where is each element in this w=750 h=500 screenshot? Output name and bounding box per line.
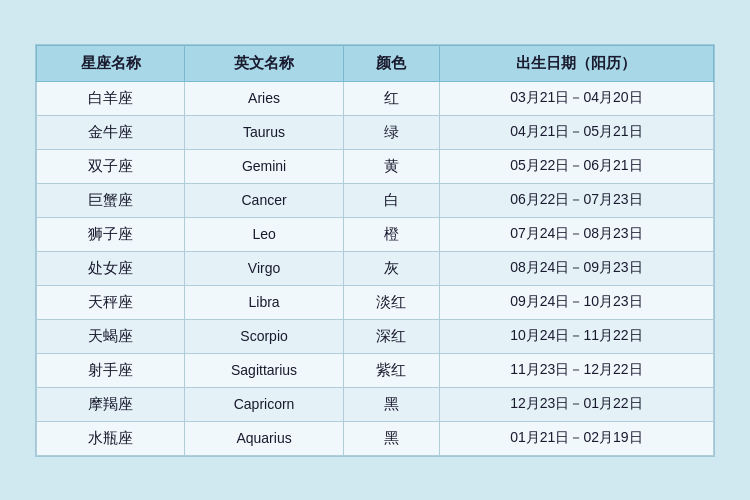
table-row: 天秤座Libra淡红09月24日－10月23日 <box>37 285 714 319</box>
cell-r4-c1: Leo <box>185 217 344 251</box>
cell-r9-c3: 12月23日－01月22日 <box>439 387 713 421</box>
cell-r0-c2: 红 <box>343 81 439 115</box>
cell-r6-c3: 09月24日－10月23日 <box>439 285 713 319</box>
cell-r2-c2: 黄 <box>343 149 439 183</box>
col-header-english-name: 英文名称 <box>185 45 344 81</box>
cell-r4-c3: 07月24日－08月23日 <box>439 217 713 251</box>
table-row: 狮子座Leo橙07月24日－08月23日 <box>37 217 714 251</box>
cell-r5-c2: 灰 <box>343 251 439 285</box>
cell-r1-c3: 04月21日－05月21日 <box>439 115 713 149</box>
table-row: 射手座Sagittarius紫红11月23日－12月22日 <box>37 353 714 387</box>
cell-r2-c0: 双子座 <box>37 149 185 183</box>
cell-r8-c1: Sagittarius <box>185 353 344 387</box>
cell-r10-c2: 黑 <box>343 421 439 455</box>
table-row: 处女座Virgo灰08月24日－09月23日 <box>37 251 714 285</box>
cell-r8-c3: 11月23日－12月22日 <box>439 353 713 387</box>
col-header-color: 颜色 <box>343 45 439 81</box>
cell-r0-c0: 白羊座 <box>37 81 185 115</box>
cell-r3-c2: 白 <box>343 183 439 217</box>
cell-r0-c1: Aries <box>185 81 344 115</box>
table-row: 天蝎座Scorpio深红10月24日－11月22日 <box>37 319 714 353</box>
cell-r1-c2: 绿 <box>343 115 439 149</box>
table-row: 白羊座Aries红03月21日－04月20日 <box>37 81 714 115</box>
cell-r9-c1: Capricorn <box>185 387 344 421</box>
cell-r6-c0: 天秤座 <box>37 285 185 319</box>
cell-r3-c3: 06月22日－07月23日 <box>439 183 713 217</box>
table-header-row: 星座名称 英文名称 颜色 出生日期（阳历） <box>37 45 714 81</box>
cell-r9-c2: 黑 <box>343 387 439 421</box>
cell-r3-c0: 巨蟹座 <box>37 183 185 217</box>
table-row: 水瓶座Aquarius黑01月21日－02月19日 <box>37 421 714 455</box>
cell-r9-c0: 摩羯座 <box>37 387 185 421</box>
cell-r4-c0: 狮子座 <box>37 217 185 251</box>
cell-r10-c0: 水瓶座 <box>37 421 185 455</box>
cell-r5-c1: Virgo <box>185 251 344 285</box>
cell-r1-c0: 金牛座 <box>37 115 185 149</box>
cell-r8-c2: 紫红 <box>343 353 439 387</box>
zodiac-table-container: 星座名称 英文名称 颜色 出生日期（阳历） 白羊座Aries红03月21日－04… <box>35 44 715 457</box>
cell-r5-c0: 处女座 <box>37 251 185 285</box>
table-row: 双子座Gemini黄05月22日－06月21日 <box>37 149 714 183</box>
zodiac-table: 星座名称 英文名称 颜色 出生日期（阳历） 白羊座Aries红03月21日－04… <box>36 45 714 456</box>
cell-r0-c3: 03月21日－04月20日 <box>439 81 713 115</box>
cell-r7-c0: 天蝎座 <box>37 319 185 353</box>
cell-r8-c0: 射手座 <box>37 353 185 387</box>
cell-r6-c1: Libra <box>185 285 344 319</box>
cell-r7-c3: 10月24日－11月22日 <box>439 319 713 353</box>
cell-r6-c2: 淡红 <box>343 285 439 319</box>
col-header-birthdate: 出生日期（阳历） <box>439 45 713 81</box>
cell-r7-c2: 深红 <box>343 319 439 353</box>
cell-r1-c1: Taurus <box>185 115 344 149</box>
table-row: 金牛座Taurus绿04月21日－05月21日 <box>37 115 714 149</box>
cell-r3-c1: Cancer <box>185 183 344 217</box>
cell-r10-c1: Aquarius <box>185 421 344 455</box>
cell-r2-c3: 05月22日－06月21日 <box>439 149 713 183</box>
table-row: 摩羯座Capricorn黑12月23日－01月22日 <box>37 387 714 421</box>
cell-r2-c1: Gemini <box>185 149 344 183</box>
cell-r7-c1: Scorpio <box>185 319 344 353</box>
table-row: 巨蟹座Cancer白06月22日－07月23日 <box>37 183 714 217</box>
cell-r5-c3: 08月24日－09月23日 <box>439 251 713 285</box>
cell-r10-c3: 01月21日－02月19日 <box>439 421 713 455</box>
table-body: 白羊座Aries红03月21日－04月20日金牛座Taurus绿04月21日－0… <box>37 81 714 455</box>
col-header-chinese-name: 星座名称 <box>37 45 185 81</box>
cell-r4-c2: 橙 <box>343 217 439 251</box>
